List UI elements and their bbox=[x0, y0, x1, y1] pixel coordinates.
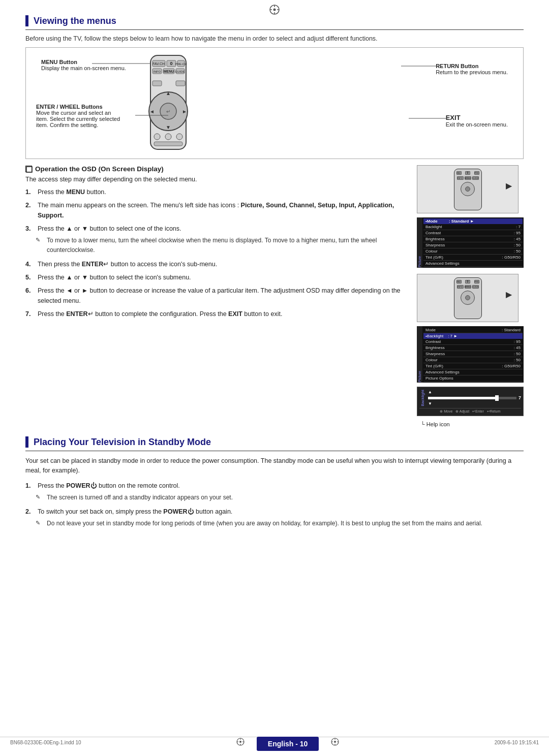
section2: Placing Your Television in Standby Mode … bbox=[25, 436, 524, 528]
backlight-box: Backlight ▲ 7 ▼ ⊕ Move bbox=[417, 387, 524, 416]
svg-text:◄: ◄ bbox=[149, 109, 155, 114]
arrow-indicator: ▶ bbox=[506, 181, 512, 191]
svg-point-29 bbox=[165, 134, 171, 140]
svg-point-30 bbox=[176, 134, 182, 140]
heading-bar bbox=[25, 15, 28, 26]
osd-access-step: The access step may differ depending on … bbox=[25, 176, 407, 183]
step-3-note: ✎ To move to a lower menu, turn the whee… bbox=[25, 236, 407, 255]
step-5: 5. Press the ▲ or ▼ button to select the… bbox=[25, 272, 407, 282]
section2-intro: Your set can be placed in standby mode i… bbox=[25, 456, 524, 476]
svg-text:FAV.CH: FAV.CH bbox=[152, 62, 165, 66]
heading-bar-2 bbox=[25, 436, 28, 448]
step-2: 2. The main menu appears on the screen. … bbox=[25, 200, 407, 220]
arrow-indicator-2: ▶ bbox=[506, 290, 512, 299]
osd-steps: 1. Press the MENU button. 2. The main me… bbox=[25, 187, 407, 319]
standby-step-2: 2. To switch your set back on, simply pr… bbox=[25, 507, 524, 517]
svg-text:PRE-CH: PRE-CH bbox=[175, 62, 187, 66]
section1-title: Viewing the menus bbox=[34, 16, 116, 26]
standby-step-1: 1. Press the POWER⏻ button on the remote… bbox=[25, 481, 524, 491]
mini-nav-circle bbox=[461, 182, 475, 196]
section2-title: Placing Your Television in Standby Mode bbox=[34, 437, 211, 448]
footer-left: BN68-02330E-00Eng-1.indd 10 bbox=[10, 740, 81, 745]
standby-step-2-note: ✎ Do not leave your set in standby mode … bbox=[25, 519, 524, 528]
bottom-right-compass bbox=[330, 742, 340, 747]
help-icon-label: └ Help icon bbox=[417, 421, 524, 427]
remote-svg: FAV.CH 0 PRE-CH INFO MENU GUIDE ↵ bbox=[138, 53, 199, 152]
footer-right: 2009-6-10 19:15:41 bbox=[495, 740, 539, 745]
footer: BN68-02330E-00Eng-1.indd 10 English - 10 bbox=[0, 737, 549, 748]
mini-remote-2: FAV 0 PRE INFO MENU GUIDE bbox=[454, 277, 482, 319]
footer-page-label: English - 10 bbox=[257, 737, 319, 751]
menu-screenshot-1: Picture •Mode : Standard ► Backlight: 7 … bbox=[417, 217, 524, 268]
small-remote-diagram-2: FAV 0 PRE INFO MENU GUIDE ▶ bbox=[417, 274, 518, 322]
exit-annotation: EXIT Exit the on-screen menu. bbox=[446, 114, 508, 128]
section2-heading: Placing Your Television in Standby Mode bbox=[25, 436, 524, 451]
osd-section: Operation the OSD (On Screen Display) Th… bbox=[25, 165, 524, 427]
svg-text:GUIDE: GUIDE bbox=[175, 70, 185, 73]
svg-rect-26 bbox=[152, 81, 162, 86]
svg-text:INFO: INFO bbox=[154, 70, 161, 73]
svg-text:►: ► bbox=[182, 109, 187, 114]
svg-text:↵: ↵ bbox=[166, 109, 170, 114]
standby-step-1-note: ✎ The screen is turned off and a standby… bbox=[25, 493, 524, 502]
remote-diagram: FAV.CH 0 PRE-CH INFO MENU GUIDE ↵ bbox=[25, 47, 524, 159]
svg-rect-36 bbox=[26, 167, 32, 172]
enter-annotation: ENTER / WHEEL Buttons Move the cursor an… bbox=[36, 104, 120, 128]
svg-text:0: 0 bbox=[170, 61, 172, 66]
small-remote-diagram: FAV 0 PRE INFO MENU GUIDE ▶ bbox=[417, 165, 518, 213]
svg-point-28 bbox=[154, 134, 160, 140]
bottom-left-compass bbox=[236, 742, 247, 747]
svg-rect-31 bbox=[154, 142, 182, 146]
menu-screenshot-2: Picture Mode: Standard •Backlight : 7 ► … bbox=[417, 326, 524, 383]
svg-rect-27 bbox=[176, 81, 185, 86]
section1-intro: Before using the TV, follow the steps be… bbox=[25, 35, 524, 42]
mini-nav-circle-2 bbox=[461, 291, 475, 305]
svg-point-42 bbox=[239, 741, 241, 743]
step-3: 3. Press the ▲ or ▼ button to select one… bbox=[25, 224, 407, 234]
screenshots-column: FAV 0 PRE INFO MENU GUIDE ▶ bbox=[417, 165, 524, 427]
mini-remote: FAV 0 PRE INFO MENU GUIDE bbox=[454, 169, 482, 210]
step-1: 1. Press the MENU button. bbox=[25, 187, 407, 197]
osd-heading: Operation the OSD (On Screen Display) bbox=[25, 165, 407, 173]
checkbox-icon bbox=[25, 166, 32, 172]
return-annotation: RETURN Button Return to the previous men… bbox=[436, 63, 508, 75]
svg-text:MENU: MENU bbox=[164, 70, 174, 73]
step-7: 7. Press the ENTER↵ button to complete t… bbox=[25, 309, 407, 319]
section2-steps: 1. Press the POWER⏻ button on the remote… bbox=[25, 481, 524, 528]
section1-heading: Viewing the menus bbox=[25, 15, 524, 30]
svg-text:▼: ▼ bbox=[166, 124, 171, 130]
menu-button-annotation: MENU Button Display the main on-screen m… bbox=[41, 59, 126, 71]
step-4: 4. Then press the ENTER↵ button to acces… bbox=[25, 259, 407, 269]
step-6: 6. Press the ◄ or ► button to decrease o… bbox=[25, 286, 407, 306]
svg-text:▲: ▲ bbox=[166, 90, 171, 96]
svg-point-48 bbox=[334, 741, 336, 743]
